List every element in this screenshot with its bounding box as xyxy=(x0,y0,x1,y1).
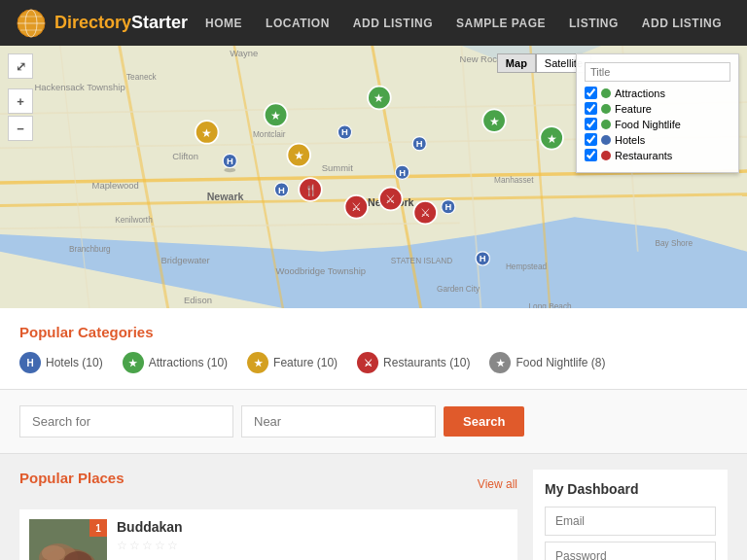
view-all-link[interactable]: View all xyxy=(478,477,517,491)
filter-hotels-label: Hotels xyxy=(615,134,645,146)
svg-text:H: H xyxy=(278,185,285,195)
svg-text:★: ★ xyxy=(270,109,281,122)
category-food-nightlife-icon: ★ xyxy=(489,352,511,373)
filter-hotels-checkbox[interactable] xyxy=(585,133,597,146)
email-input[interactable] xyxy=(545,507,716,536)
nav-location[interactable]: LOCATION xyxy=(256,11,339,36)
logo: DirectoryStarter xyxy=(16,8,188,39)
svg-text:Maplewood: Maplewood xyxy=(92,180,139,191)
svg-text:H: H xyxy=(399,167,406,178)
near-input[interactable] xyxy=(241,405,436,438)
svg-text:Branchburg: Branchburg xyxy=(69,245,111,254)
map-container: Hackensack Township Teaneck Wayne Yonker… xyxy=(0,46,747,308)
place-badge: 1 xyxy=(89,519,107,537)
svg-text:★: ★ xyxy=(201,126,212,140)
zoom-in-button[interactable]: + xyxy=(8,88,33,114)
filter-attractions-checkbox[interactable] xyxy=(585,87,597,99)
svg-text:Bay Shore: Bay Shore xyxy=(655,239,693,248)
category-feature-label: Feature (10) xyxy=(273,356,338,369)
filter-food-nightlife: Food Nightlife xyxy=(585,118,730,130)
svg-text:Newark: Newark xyxy=(207,191,244,202)
star-5: ☆ xyxy=(167,539,178,552)
place-info: Buddakan ☆ ☆ ☆ ☆ ☆ The Experience A towe… xyxy=(117,519,508,560)
category-attractions[interactable]: ★ Attractions (10) xyxy=(123,352,228,373)
nav-home[interactable]: HOME xyxy=(196,11,252,36)
filter-feature-checkbox[interactable] xyxy=(585,102,597,115)
svg-text:H: H xyxy=(227,156,233,166)
svg-text:H: H xyxy=(416,138,423,149)
svg-text:Long Beach: Long Beach xyxy=(529,302,573,308)
nav-add-listing-1[interactable]: ADD LISTING xyxy=(343,11,443,36)
place-image: 1 xyxy=(29,519,107,560)
filter-food-nightlife-dot xyxy=(601,120,611,129)
svg-text:Wayne: Wayne xyxy=(230,48,258,58)
nav-sample-page[interactable]: SAMPLE PAGE xyxy=(446,11,555,36)
zoom-out-button[interactable]: − xyxy=(8,116,33,141)
left-column: Popular Places View all 1 Buddakan xyxy=(19,470,517,560)
password-input[interactable] xyxy=(545,542,716,560)
popular-categories-title: Popular Categories xyxy=(19,324,728,340)
filter-attractions-label: Attractions xyxy=(615,88,665,99)
place-card: 1 Buddakan ☆ ☆ ☆ ☆ ☆ The Experience A to… xyxy=(19,509,517,560)
svg-text:Bridgewater: Bridgewater xyxy=(160,255,209,265)
svg-text:Summit: Summit xyxy=(322,162,353,173)
svg-text:Kenilworth: Kenilworth xyxy=(115,216,153,225)
star-2: ☆ xyxy=(129,539,140,552)
search-input[interactable] xyxy=(19,405,233,438)
map-type-map-button[interactable]: Map xyxy=(497,53,536,73)
category-hotels[interactable]: H Hotels (10) xyxy=(19,352,103,373)
svg-text:H: H xyxy=(480,253,486,263)
place-stars: ☆ ☆ ☆ ☆ ☆ xyxy=(117,539,508,552)
svg-text:Hackensack Township: Hackensack Township xyxy=(34,82,124,92)
filter-attractions-dot xyxy=(601,88,611,98)
filter-food-nightlife-label: Food Nightlife xyxy=(615,119,681,130)
popular-places-header: Popular Places View all xyxy=(19,470,517,498)
svg-text:Teaneck: Teaneck xyxy=(126,73,158,82)
svg-text:Hempstead: Hempstead xyxy=(506,262,548,271)
svg-point-45 xyxy=(224,168,235,173)
svg-text:⚔: ⚔ xyxy=(351,200,362,214)
place-name: Buddakan xyxy=(117,519,508,535)
map-title-input[interactable] xyxy=(585,62,730,82)
svg-text:Manhasset: Manhasset xyxy=(494,176,534,185)
search-button[interactable]: Search xyxy=(444,406,524,437)
svg-text:H: H xyxy=(341,126,348,137)
categories-list: H Hotels (10) ★ Attractions (10) ★ Featu… xyxy=(19,352,728,373)
category-restaurants[interactable]: ⚔ Restaurants (10) xyxy=(357,352,470,373)
svg-text:H: H xyxy=(445,201,451,212)
category-feature[interactable]: ★ Feature (10) xyxy=(247,352,338,373)
category-hotels-icon: H xyxy=(19,352,41,373)
star-4: ☆ xyxy=(155,539,165,552)
svg-text:★: ★ xyxy=(374,91,384,105)
main-content: Popular Places View all 1 Buddakan xyxy=(0,454,747,560)
pan-control[interactable]: ⤢ xyxy=(8,53,33,79)
category-restaurants-icon: ⚔ xyxy=(357,352,378,373)
category-hotels-label: Hotels (10) xyxy=(46,356,103,369)
svg-text:★: ★ xyxy=(294,149,304,162)
svg-text:🍴: 🍴 xyxy=(304,184,318,196)
star-1: ☆ xyxy=(117,539,127,552)
category-food-nightlife-label: Food Nightlife (8) xyxy=(516,356,605,369)
category-food-nightlife[interactable]: ★ Food Nightlife (8) xyxy=(489,352,605,373)
popular-places-title: Popular Places xyxy=(19,470,124,486)
svg-text:★: ★ xyxy=(489,115,500,128)
nav-add-listing-2[interactable]: ADD LISTING xyxy=(632,11,731,36)
nav-listing[interactable]: LISTING xyxy=(559,11,628,36)
popular-categories-section: Popular Categories H Hotels (10) ★ Attra… xyxy=(0,308,747,390)
svg-text:⚔: ⚔ xyxy=(420,206,431,220)
svg-text:Woodbridge Township: Woodbridge Township xyxy=(276,265,367,276)
filter-restaurants: Restaurants xyxy=(585,149,730,161)
place-description: The Experience A towering gilded statue … xyxy=(117,556,508,560)
filter-restaurants-checkbox[interactable] xyxy=(585,149,597,161)
svg-text:Clifton: Clifton xyxy=(172,151,198,161)
star-3: ☆ xyxy=(142,539,153,552)
map-controls: ⤢ + − xyxy=(8,53,33,141)
filter-feature: Feature xyxy=(585,102,730,115)
filter-food-nightlife-checkbox[interactable] xyxy=(585,118,597,130)
svg-text:⚔: ⚔ xyxy=(385,192,396,206)
svg-text:Garden City: Garden City xyxy=(437,285,480,294)
svg-text:STATEN ISLAND: STATEN ISLAND xyxy=(391,257,453,265)
filter-hotels: Hotels xyxy=(585,133,730,146)
filter-hotels-dot xyxy=(601,135,611,145)
category-feature-icon: ★ xyxy=(247,352,268,373)
